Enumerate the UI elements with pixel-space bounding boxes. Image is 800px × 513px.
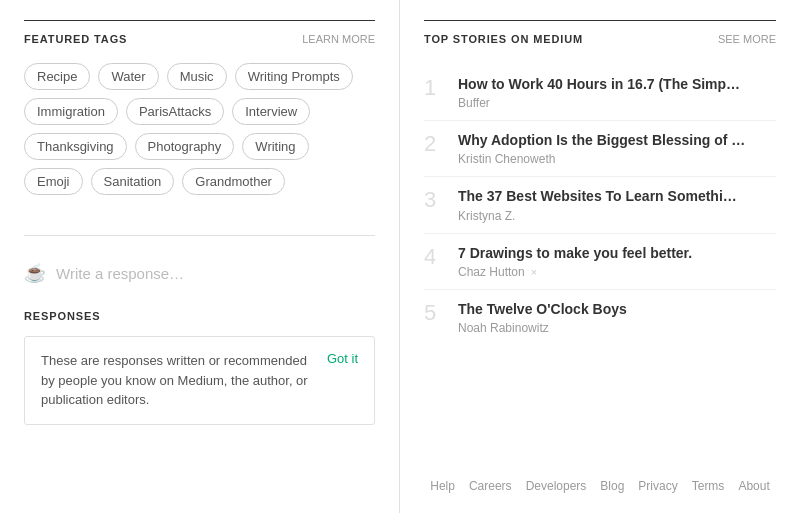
response-notice: These are responses written or recommend… (24, 336, 375, 425)
story-title: How to Work 40 Hours in 16.7 (The Simp… (458, 75, 776, 93)
story-number: 1 (424, 75, 444, 101)
story-number: 2 (424, 131, 444, 157)
story-number: 3 (424, 187, 444, 213)
story-item[interactable]: 5The Twelve O'Clock BoysNoah Rabinowitz (424, 290, 776, 345)
story-content: 7 Drawings to make you feel better.Chaz … (458, 244, 776, 279)
tag-item[interactable]: Sanitation (91, 168, 175, 195)
tag-item[interactable]: ParisAttacks (126, 98, 224, 125)
featured-tags-title: FEATURED TAGS (24, 33, 127, 45)
story-author: Kristyna Z. (458, 209, 776, 223)
featured-tags-header: FEATURED TAGS LEARN MORE (24, 20, 375, 45)
tag-item[interactable]: Writing Prompts (235, 63, 353, 90)
footer-link-terms[interactable]: Terms (692, 479, 725, 493)
story-list: 1How to Work 40 Hours in 16.7 (The Simp…… (424, 65, 776, 463)
divider (24, 235, 375, 236)
story-item[interactable]: 47 Drawings to make you feel better.Chaz… (424, 234, 776, 290)
story-number: 5 (424, 300, 444, 326)
responses-title: RESPONSES (24, 310, 375, 322)
comment-icon: ☕ (24, 262, 46, 284)
tag-item[interactable]: Thanksgiving (24, 133, 127, 160)
close-icon[interactable]: × (528, 266, 537, 278)
story-content: How to Work 40 Hours in 16.7 (The Simp…B… (458, 75, 776, 110)
learn-more-link[interactable]: LEARN MORE (302, 33, 375, 45)
write-response-area[interactable]: ☕ Write a response… (24, 252, 375, 294)
footer-link-help[interactable]: Help (430, 479, 455, 493)
tags-container: RecipeWaterMusicWriting PromptsImmigrati… (24, 63, 375, 195)
see-more-link[interactable]: SEE MORE (718, 33, 776, 45)
footer: HelpCareersDevelopersBlogPrivacyTermsAbo… (424, 463, 776, 493)
right-panel: TOP STORIES ON MEDIUM SEE MORE 1How to W… (400, 0, 800, 513)
tag-item[interactable]: Writing (242, 133, 308, 160)
story-content: The 37 Best Websites To Learn Somethi…Kr… (458, 187, 776, 222)
tag-item[interactable]: Recipe (24, 63, 90, 90)
story-author: Kristin Chenoweth (458, 152, 776, 166)
story-author: Buffer (458, 96, 776, 110)
footer-link-about[interactable]: About (738, 479, 769, 493)
story-title: 7 Drawings to make you feel better. (458, 244, 776, 262)
top-stories-header: TOP STORIES ON MEDIUM SEE MORE (424, 20, 776, 45)
footer-link-blog[interactable]: Blog (600, 479, 624, 493)
footer-link-privacy[interactable]: Privacy (638, 479, 677, 493)
tag-item[interactable]: Immigration (24, 98, 118, 125)
response-notice-text: These are responses written or recommend… (41, 351, 327, 410)
story-title: The 37 Best Websites To Learn Somethi… (458, 187, 776, 205)
story-content: The Twelve O'Clock BoysNoah Rabinowitz (458, 300, 776, 335)
story-author: Chaz Hutton × (458, 265, 776, 279)
tag-item[interactable]: Water (98, 63, 158, 90)
story-content: Why Adoption Is the Biggest Blessing of … (458, 131, 776, 166)
story-title: Why Adoption Is the Biggest Blessing of … (458, 131, 776, 149)
tag-item[interactable]: Photography (135, 133, 235, 160)
tag-item[interactable]: Emoji (24, 168, 83, 195)
story-number: 4 (424, 244, 444, 270)
story-item[interactable]: 3The 37 Best Websites To Learn Somethi…K… (424, 177, 776, 233)
top-stories-title: TOP STORIES ON MEDIUM (424, 33, 583, 45)
footer-link-developers[interactable]: Developers (526, 479, 587, 493)
tag-item[interactable]: Music (167, 63, 227, 90)
tag-item[interactable]: Interview (232, 98, 310, 125)
story-title: The Twelve O'Clock Boys (458, 300, 776, 318)
story-item[interactable]: 2Why Adoption Is the Biggest Blessing of… (424, 121, 776, 177)
write-response-placeholder: Write a response… (56, 265, 184, 282)
story-item[interactable]: 1How to Work 40 Hours in 16.7 (The Simp…… (424, 65, 776, 121)
footer-link-careers[interactable]: Careers (469, 479, 512, 493)
story-author: Noah Rabinowitz (458, 321, 776, 335)
got-it-button[interactable]: Got it (327, 351, 358, 366)
tag-item[interactable]: Grandmother (182, 168, 285, 195)
left-panel: FEATURED TAGS LEARN MORE RecipeWaterMusi… (0, 0, 400, 513)
